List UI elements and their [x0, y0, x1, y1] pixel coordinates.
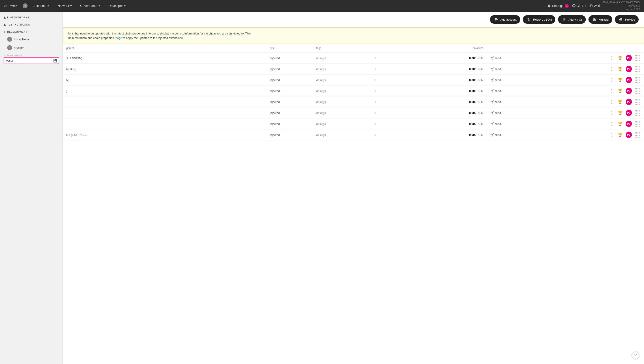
row-actions-1: ⋮ 🏆 PS — [516, 64, 644, 74]
add-via-qr-icon: ⊞ — [562, 17, 566, 22]
row-type-3: injected — [266, 86, 313, 96]
avatar-2: PS — [626, 77, 632, 83]
close-button[interactable]: × — [22, 3, 28, 8]
row-chevron-5[interactable]: » — [371, 108, 400, 118]
reward-icon-2[interactable]: 🏆 — [617, 77, 624, 83]
nav-governance[interactable]: Governance — [76, 0, 104, 12]
help-button[interactable]: ? — [632, 352, 640, 360]
send-button-3[interactable]: send — [490, 89, 512, 93]
custom-item[interactable]: Custom — [0, 44, 62, 52]
table-row: injected no tags » 0.000 KSM send ⋮ 🏆 PS — [63, 108, 644, 118]
row-balance-7: 0.000 KSM — [400, 130, 487, 140]
row-chevron-1[interactable]: » — [371, 64, 400, 74]
row-actions-4: ⋮ 🏆 PS — [516, 96, 644, 108]
main-layout: LIVE NETWORKS TEST NETWORKS DEVELOPMENT … — [0, 12, 644, 364]
row-type-5: injected — [266, 108, 313, 118]
col-tags: tags — [312, 44, 371, 52]
warning-link[interactable]: page — [116, 36, 122, 40]
table-row: injected no tags » 0.000 KSM send ⋮ 🏆 PS — [63, 96, 644, 108]
settings-button[interactable]: Settings 1 — [547, 4, 569, 8]
custom-dot — [7, 45, 12, 50]
reward-icon-7[interactable]: 🏆 — [617, 132, 624, 138]
row-send-2: send — [487, 74, 516, 86]
main-content: ⊕ Add account ↻ Restore JSON ⊞ Add via Q… — [63, 12, 644, 364]
more-options-button-4[interactable]: ⋮ — [608, 99, 615, 105]
custom-endpoint-input[interactable] — [4, 57, 59, 64]
table-row: NT (EXTENSI... injected no tags » 0.000 … — [63, 130, 644, 140]
more-options-button-2[interactable]: ⋮ — [608, 77, 615, 83]
send-button-6[interactable]: send — [490, 122, 512, 126]
nav-developer[interactable]: Developer — [104, 0, 130, 12]
switch-button[interactable]: Switch — [4, 4, 21, 8]
multisig-button[interactable]: ⊕ Multisig — [588, 15, 612, 24]
more-options-button-1[interactable]: ⋮ — [608, 66, 615, 72]
add-via-qr-button[interactable]: ⊞ Add via Qr — [558, 15, 586, 24]
endpoint-save-icon[interactable]: 💾 — [53, 59, 57, 62]
avatar-1: PS — [626, 66, 632, 72]
reward-icon-0[interactable]: 🏆 — [617, 55, 624, 61]
send-button-7[interactable]: send — [490, 133, 512, 136]
reward-icon-4[interactable]: 🏆 — [617, 99, 624, 105]
row-account-7: NT (EXTENSI... — [63, 130, 266, 140]
row-send-6: send — [487, 118, 516, 130]
accounts-table: parent type tags balances XTENSION) inje… — [63, 44, 644, 140]
row-tags-6: no tags — [312, 118, 371, 130]
row-chevron-3[interactable]: » — [371, 86, 400, 96]
identicon-3 — [634, 88, 640, 94]
main-nav: Accounts Network Governance Developer — [29, 0, 547, 12]
avatar-3: PS — [626, 88, 632, 94]
send-button-5[interactable]: send — [490, 111, 512, 114]
add-account-button[interactable]: ⊕ Add account — [490, 15, 520, 24]
github-link[interactable]: GitHub — [572, 4, 586, 8]
restore-json-button[interactable]: ↻ Restore JSON — [523, 15, 556, 24]
row-balance-1: 0.000 KSM — [400, 64, 487, 74]
reward-icon-1[interactable]: 🏆 — [617, 66, 624, 72]
reward-icon-5[interactable]: 🏆 — [617, 110, 624, 116]
row-account-2: N) — [63, 74, 266, 86]
more-options-button-3[interactable]: ⋮ — [608, 88, 615, 94]
proxied-icon: ⊕ — [618, 17, 624, 22]
custom-endpoint-label: custom endpoint — [4, 54, 59, 56]
row-tags-1: no tags — [312, 64, 371, 74]
proxied-button[interactable]: ⊕ Proxied — [615, 15, 639, 24]
row-send-3: send — [487, 86, 516, 96]
test-networks-header[interactable]: TEST NETWORKS — [0, 22, 62, 28]
row-account-6 — [63, 118, 266, 130]
row-account-0: XTENSION) — [63, 52, 266, 64]
row-actions-7: ⋮ 🏆 PS — [516, 130, 644, 140]
more-options-button-5[interactable]: ⋮ — [608, 110, 615, 116]
nav-network[interactable]: Network — [54, 0, 76, 12]
col-send — [487, 44, 516, 52]
row-chevron-0[interactable]: » — [371, 52, 400, 64]
live-networks-header[interactable]: LIVE NETWORKS — [0, 14, 62, 20]
wiki-link[interactable]: Wiki — [590, 4, 600, 8]
development-header[interactable]: DEVELOPMENT — [0, 29, 62, 35]
row-chevron-2[interactable]: » — [371, 74, 400, 86]
warning-banner: ions that need to be updated with the la… — [63, 28, 644, 44]
avatar-0: PS — [626, 55, 632, 61]
identicon-6 — [634, 121, 640, 127]
more-options-button-6[interactable]: ⋮ — [608, 121, 615, 127]
row-tags-3: no tags — [312, 86, 371, 96]
reward-icon-6[interactable]: 🏆 — [617, 121, 624, 127]
row-chevron-6[interactable]: » — [371, 118, 400, 130]
row-chevron-4[interactable]: » — [371, 96, 400, 108]
reward-icon-3[interactable]: 🏆 — [617, 88, 624, 94]
local-node-item[interactable]: Local Node — [0, 35, 62, 44]
live-networks-section: LIVE NETWORKS — [0, 14, 62, 20]
send-button-4[interactable]: send — [490, 100, 512, 104]
more-options-button-7[interactable]: ⋮ — [608, 132, 615, 138]
send-button-2[interactable]: send — [490, 78, 512, 82]
more-options-button-0[interactable]: ⋮ — [608, 55, 615, 61]
send-button-0[interactable]: send — [490, 56, 512, 60]
switch-label: Switch — [8, 4, 17, 8]
sidebar: LIVE NETWORKS TEST NETWORKS DEVELOPMENT … — [0, 12, 63, 364]
row-chevron-7[interactable]: » — [371, 130, 400, 140]
row-balance-5: 0.000 KSM — [400, 108, 487, 118]
send-button-1[interactable]: send — [490, 68, 512, 71]
multisig-icon: ⊕ — [592, 17, 597, 22]
nav-accounts[interactable]: Accounts — [29, 0, 54, 12]
version-info: Parity Polkadot v0.8.23-d327000a api v1.… — [603, 1, 640, 11]
row-tags-5: no tags — [312, 108, 371, 118]
row-tags-0: no tags — [312, 52, 371, 64]
